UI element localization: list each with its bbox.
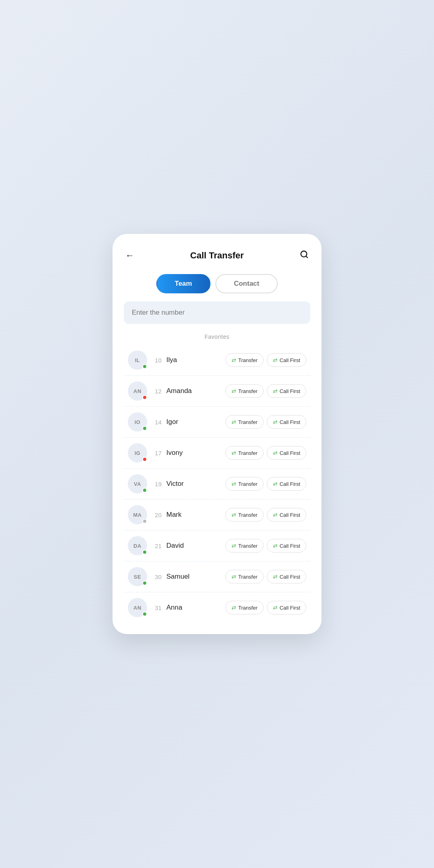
contact-number: 30: [152, 573, 162, 580]
call-first-label: Call First: [280, 605, 300, 611]
transfer-icon: ⇄: [231, 542, 236, 549]
transfer-button[interactable]: ⇄ Transfer: [225, 601, 264, 614]
transfer-icon: ⇄: [231, 419, 236, 425]
contact-number: 14: [152, 419, 162, 426]
contact-number: 20: [152, 512, 162, 518]
contact-row: IG 17 Ivony ⇄ Transfer ⇄ Call First: [124, 438, 310, 469]
contact-row: IL 10 Ilya ⇄ Transfer ⇄ Call First: [124, 345, 310, 376]
transfer-button[interactable]: ⇄ Transfer: [225, 353, 264, 367]
call-first-button[interactable]: ⇄ Call First: [267, 446, 306, 460]
call-first-icon: ⇄: [273, 512, 278, 518]
call-first-label: Call First: [280, 419, 300, 425]
contact-number: 17: [152, 450, 162, 457]
action-buttons: ⇄ Transfer ⇄ Call First: [225, 570, 306, 583]
transfer-label: Transfer: [238, 419, 258, 425]
avatar-wrap: DA: [128, 536, 147, 555]
avatar-wrap: IL: [128, 350, 147, 370]
contact-name: Samuel: [166, 573, 221, 581]
call-first-label: Call First: [280, 357, 300, 363]
call-first-button[interactable]: ⇄ Call First: [267, 570, 306, 583]
search-input-wrap: [124, 301, 310, 324]
action-buttons: ⇄ Transfer ⇄ Call First: [225, 477, 306, 491]
contact-name: David: [166, 542, 221, 550]
contact-number: 10: [152, 357, 162, 364]
action-buttons: ⇄ Transfer ⇄ Call First: [225, 353, 306, 367]
contact-number: 31: [152, 604, 162, 611]
call-first-label: Call First: [280, 481, 300, 487]
call-first-button[interactable]: ⇄ Call First: [267, 539, 306, 553]
call-first-icon: ⇄: [273, 604, 278, 611]
call-first-icon: ⇄: [273, 388, 278, 394]
avatar-wrap: AN: [128, 381, 147, 401]
transfer-button[interactable]: ⇄ Transfer: [225, 539, 264, 553]
status-dot: [142, 457, 147, 462]
search-input[interactable]: [132, 309, 302, 317]
action-buttons: ⇄ Transfer ⇄ Call First: [225, 384, 306, 398]
call-first-label: Call First: [280, 543, 300, 549]
call-first-label: Call First: [280, 512, 300, 518]
status-dot: [142, 426, 147, 431]
tab-group: Team Contact: [124, 274, 310, 293]
avatar-wrap: SE: [128, 567, 147, 586]
contact-number: 19: [152, 481, 162, 487]
back-icon: ←: [125, 250, 134, 260]
transfer-icon: ⇄: [231, 604, 236, 611]
tab-team[interactable]: Team: [156, 274, 211, 293]
call-first-button[interactable]: ⇄ Call First: [267, 508, 306, 522]
call-first-button[interactable]: ⇄ Call First: [267, 477, 306, 491]
svg-line-1: [306, 256, 307, 258]
call-first-button[interactable]: ⇄ Call First: [267, 415, 306, 429]
phone-card: ← Call Transfer Team Contact Favorites I…: [113, 234, 321, 634]
status-dot: [142, 488, 147, 493]
transfer-button[interactable]: ⇄ Transfer: [225, 415, 264, 429]
transfer-label: Transfer: [238, 357, 258, 363]
contact-row: VA 19 Victor ⇄ Transfer ⇄ Call First: [124, 469, 310, 500]
transfer-icon: ⇄: [231, 481, 236, 487]
transfer-icon: ⇄: [231, 512, 236, 518]
back-button[interactable]: ←: [124, 249, 136, 262]
avatar-wrap: IG: [128, 443, 147, 463]
contact-row: AN 12 Amanda ⇄ Transfer ⇄ Call First: [124, 376, 310, 407]
action-buttons: ⇄ Transfer ⇄ Call First: [225, 601, 306, 614]
transfer-label: Transfer: [238, 605, 258, 611]
call-first-icon: ⇄: [273, 542, 278, 549]
transfer-button[interactable]: ⇄ Transfer: [225, 477, 264, 491]
contact-name: Igor: [166, 418, 221, 426]
call-first-icon: ⇄: [273, 573, 278, 580]
call-first-icon: ⇄: [273, 357, 278, 363]
contact-row: MA 20 Mark ⇄ Transfer ⇄ Call First: [124, 500, 310, 530]
status-dot: [142, 364, 147, 369]
action-buttons: ⇄ Transfer ⇄ Call First: [225, 446, 306, 460]
contact-row: SE 30 Samuel ⇄ Transfer ⇄ Call First: [124, 561, 310, 592]
search-button[interactable]: [298, 248, 310, 263]
contact-name: Anna: [166, 604, 221, 612]
call-first-button[interactable]: ⇄ Call First: [267, 353, 306, 367]
status-dot: [142, 519, 147, 524]
call-first-icon: ⇄: [273, 481, 278, 487]
transfer-label: Transfer: [238, 543, 258, 549]
transfer-button[interactable]: ⇄ Transfer: [225, 446, 264, 460]
call-first-icon: ⇄: [273, 450, 278, 456]
transfer-label: Transfer: [238, 574, 258, 580]
status-dot: [142, 550, 147, 555]
action-buttons: ⇄ Transfer ⇄ Call First: [225, 539, 306, 553]
transfer-button[interactable]: ⇄ Transfer: [225, 508, 264, 522]
call-first-icon: ⇄: [273, 419, 278, 425]
contact-row: DA 21 David ⇄ Transfer ⇄ Call First: [124, 530, 310, 561]
call-first-button[interactable]: ⇄ Call First: [267, 384, 306, 398]
transfer-button[interactable]: ⇄ Transfer: [225, 570, 264, 583]
transfer-label: Transfer: [238, 388, 258, 394]
search-icon: [300, 250, 309, 259]
contact-list: IL 10 Ilya ⇄ Transfer ⇄ Call First AN 12: [124, 345, 310, 623]
transfer-label: Transfer: [238, 450, 258, 456]
tab-contact[interactable]: Contact: [215, 274, 278, 293]
call-first-button[interactable]: ⇄ Call First: [267, 601, 306, 614]
favorites-label: Favorites: [124, 334, 310, 340]
contact-name: Ivony: [166, 449, 221, 457]
contact-name: Victor: [166, 480, 221, 488]
transfer-icon: ⇄: [231, 450, 236, 456]
transfer-button[interactable]: ⇄ Transfer: [225, 384, 264, 398]
status-dot: [142, 395, 147, 400]
status-dot: [142, 612, 147, 616]
transfer-icon: ⇄: [231, 388, 236, 394]
